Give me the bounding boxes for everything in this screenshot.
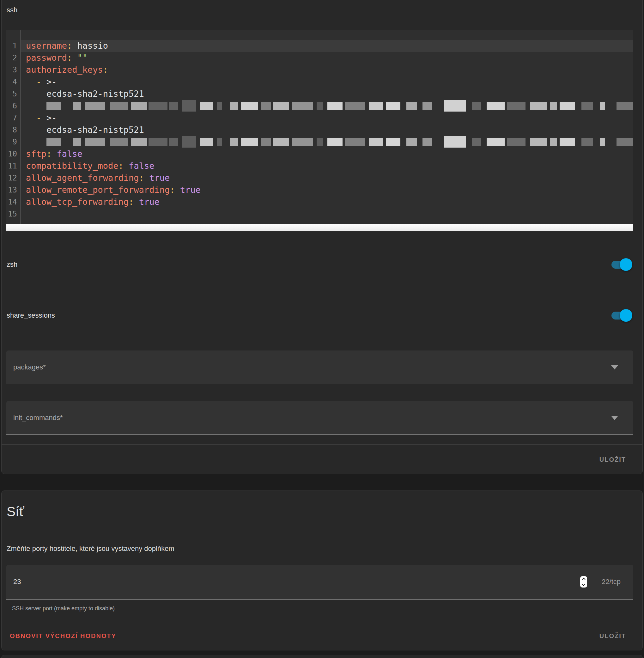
ssh-port-input[interactable]	[13, 565, 519, 599]
network-card: Síť Změňte porty hostitele, které jsou v…	[1, 491, 643, 651]
editor-line: - >-	[21, 76, 633, 88]
network-title: Síť	[7, 504, 24, 519]
line-number: 5	[6, 88, 20, 100]
editor-horizontal-scrollbar[interactable]	[6, 224, 633, 231]
share-sessions-label: share_sessions	[7, 311, 55, 319]
save-button[interactable]: ULOŽIT	[599, 632, 626, 640]
chevron-down-icon	[611, 416, 618, 420]
ssh-port-field: 22/tcp	[6, 565, 633, 599]
editor-code: username: hassiopassword: ""authorized_k…	[21, 30, 633, 224]
stepper-down-icon[interactable]	[580, 582, 587, 588]
zsh-toggle[interactable]	[610, 258, 632, 271]
editor-line: sftp: false	[21, 148, 633, 160]
editor-line: allow_agent_forwarding: true	[21, 172, 633, 184]
editor-line: authorized_keys:	[21, 64, 633, 76]
zsh-row: zsh	[7, 252, 632, 276]
container-port-label: 22/tcp	[602, 578, 621, 586]
next-card-top-edge	[1, 655, 643, 658]
line-number: 3	[6, 64, 20, 76]
packages-select[interactable]: packages*	[6, 350, 633, 384]
line-number: 8	[6, 124, 20, 136]
number-stepper[interactable]	[580, 576, 587, 588]
line-number: 2	[6, 52, 20, 64]
yaml-editor[interactable]: 123456789101112131415 username: hassiopa…	[6, 30, 633, 231]
share-sessions-row: share_sessions	[7, 303, 632, 327]
share-sessions-toggle[interactable]	[610, 309, 632, 322]
editor-line: - >-	[21, 112, 633, 124]
stepper-up-icon[interactable]	[580, 576, 587, 582]
line-number: 15	[6, 208, 20, 220]
line-number: 9	[6, 136, 20, 148]
line-number: 12	[6, 172, 20, 184]
line-number: 14	[6, 196, 20, 208]
line-number: 6	[6, 100, 20, 112]
network-card-footer: OBNOVIT VÝCHOZÍ HODNOTY ULOŽIT	[2, 621, 642, 651]
editor-line: allow_remote_port_forwarding: true	[21, 184, 633, 196]
editor-line	[21, 208, 633, 220]
editor-line	[21, 136, 633, 148]
zsh-label: zsh	[7, 260, 17, 269]
toggle-thumb	[620, 309, 632, 322]
editor-line: ecdsa-sha2-nistp521	[21, 124, 633, 136]
line-number: 10	[6, 148, 20, 160]
chevron-down-icon	[611, 365, 618, 369]
redacted-key-blur	[46, 136, 633, 148]
network-description: Změňte porty hostitele, které jsou vysta…	[7, 545, 175, 553]
reset-defaults-button[interactable]: OBNOVIT VÝCHOZÍ HODNOTY	[10, 632, 116, 640]
editor-line: compatibility_mode: false	[21, 160, 633, 172]
editor-gutter: 123456789101112131415	[6, 30, 21, 224]
ssh-options-card: ssh 123456789101112131415 username: hass…	[1, 0, 643, 474]
editor-line: allow_tcp_forwarding: true	[21, 196, 633, 208]
line-number: 1	[6, 40, 20, 52]
init-commands-select-label: init_commands*	[13, 414, 63, 422]
line-number: 7	[6, 112, 20, 124]
ssh-port-helper-text: SSH server port (make empty to disable)	[12, 605, 115, 612]
ssh-field-label: ssh	[7, 6, 17, 14]
ssh-card-footer: ULOŽIT	[2, 444, 642, 474]
save-button[interactable]: ULOŽIT	[599, 456, 626, 463]
editor-line	[21, 100, 633, 112]
editor-line: username: hassio	[21, 40, 633, 52]
line-number: 4	[6, 76, 20, 88]
line-number: 11	[6, 160, 20, 172]
line-number: 13	[6, 184, 20, 196]
editor-line: password: ""	[21, 52, 633, 64]
editor-line: ecdsa-sha2-nistp521	[21, 88, 633, 100]
packages-select-label: packages*	[13, 363, 46, 371]
toggle-thumb	[620, 258, 632, 271]
init-commands-select[interactable]: init_commands*	[6, 401, 633, 435]
redacted-key-blur	[46, 100, 633, 112]
